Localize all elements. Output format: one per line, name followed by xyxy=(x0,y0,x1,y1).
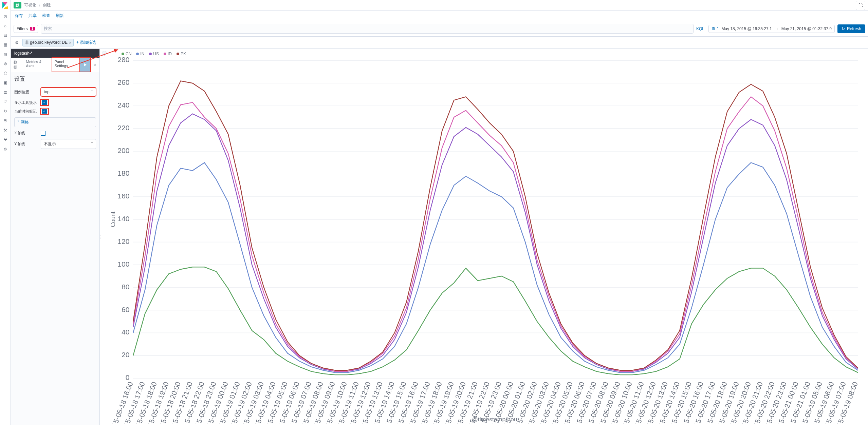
nav-discover-icon[interactable]: ⌕ xyxy=(3,23,8,28)
index-pattern-header[interactable]: logstash-* xyxy=(11,49,99,58)
panel-settings-body: 设置 图例位置 top ˅ 显示工具提示 ✓ 当前时间标记 ✓ xyxy=(11,72,99,425)
kql-toggle[interactable]: KQL xyxy=(696,26,704,31)
nav-visualize-icon[interactable]: ▤ xyxy=(3,33,8,38)
date-picker[interactable]: 🗓 ˅ May 18, 2015 @ 16:35:27.1 → May 21, … xyxy=(708,25,835,33)
query-bar: Filters 1 搜索 KQL 🗓 ˅ May 18, 2015 @ 16:3… xyxy=(11,21,868,37)
filter-pill[interactable]: 非 geo.src.keyword: DE × xyxy=(22,39,74,46)
legend-item-ID[interactable]: ID xyxy=(164,52,172,56)
svg-text:160: 160 xyxy=(117,192,129,200)
tab-panel-settings[interactable]: Panel Settings xyxy=(52,58,80,72)
nav-devtools-icon[interactable]: ⚒ xyxy=(3,128,8,133)
legend-dot xyxy=(177,53,179,55)
sidebar-collapse-button[interactable]: ‹ xyxy=(102,51,107,56)
svg-text:80: 80 xyxy=(122,283,130,291)
search-placeholder: 搜索 xyxy=(44,26,52,31)
date-to: May 21, 2015 @ 01:32:37.9 xyxy=(781,26,832,31)
legend-label: CN xyxy=(126,52,131,56)
nav-uptime-icon[interactable]: ↻ xyxy=(3,109,8,114)
refresh-label: Refresh xyxy=(847,26,861,31)
legend-dot xyxy=(164,53,166,55)
kibana-logo[interactable] xyxy=(1,1,10,9)
nav-monitoring-icon[interactable]: ❤ xyxy=(3,137,8,142)
breadcrumb: 默 可视化 / 创建 ⛶ xyxy=(11,0,868,11)
nav-apm-icon[interactable]: ♡ xyxy=(3,99,8,104)
nav-ml-icon[interactable]: ⬡ xyxy=(3,71,8,76)
inspect-link[interactable]: 检查 xyxy=(42,13,50,19)
nav-siem-icon[interactable]: ⛨ xyxy=(3,118,8,123)
refresh-button[interactable]: ↻ Refresh xyxy=(837,24,865,33)
discard-button[interactable]: × xyxy=(91,58,99,72)
chevron-down-icon: ˅ xyxy=(91,90,93,94)
legend-item-CN[interactable]: CN xyxy=(122,52,131,56)
refresh-link[interactable]: 刷新 xyxy=(56,13,64,19)
nav-rail: ◷ ⌕ ▤ ▦ ▧ ⊚ ⬡ ▣ ≣ ♡ ↻ ⛨ ⚒ ❤ ⚙ xyxy=(0,0,11,425)
filter-settings-icon[interactable]: ⚙ xyxy=(14,40,20,46)
timemarker-checkbox[interactable]: ✓ xyxy=(42,109,47,114)
nav-management-icon[interactable]: ⚙ xyxy=(3,147,8,152)
filters-label: Filters xyxy=(17,26,28,31)
grid-accordion[interactable]: ˅ 网格 xyxy=(14,117,96,127)
svg-text:@timestamp/hour: @timestamp/hour xyxy=(472,416,519,423)
svg-text:200: 200 xyxy=(117,147,129,154)
filter-pill-close-icon[interactable]: × xyxy=(69,40,71,45)
save-link[interactable]: 保存 xyxy=(15,13,23,19)
sidebar-tabs: 数据 Metrics & Axes Panel Settings × xyxy=(11,58,99,72)
nav-maps-icon[interactable]: ⊚ xyxy=(3,61,8,66)
legend-item-PK[interactable]: PK xyxy=(177,52,186,56)
legend-position-value: top xyxy=(44,90,50,94)
chevron-down-icon: ˅ xyxy=(17,120,19,125)
date-arrow: → xyxy=(775,26,779,31)
nav-canvas-icon[interactable]: ▧ xyxy=(3,52,8,57)
y-lines-value: 不显示 xyxy=(44,141,56,147)
search-input[interactable]: 搜索 xyxy=(41,24,694,34)
legend-label: PK xyxy=(181,52,186,56)
panel-title: 设置 xyxy=(14,76,96,83)
refresh-icon: ↻ xyxy=(842,26,845,31)
apply-button[interactable] xyxy=(80,58,91,72)
filter-pill-text: 非 geo.src.keyword: DE xyxy=(25,40,68,45)
editor-sidebar: logstash-* 数据 Metrics & Axes Panel Setti… xyxy=(11,49,100,425)
app-badge: 默 xyxy=(14,2,21,8)
x-lines-label: X 轴线 xyxy=(14,131,38,136)
legend-label: IN xyxy=(140,52,144,56)
legend-dot xyxy=(136,53,139,55)
filters-button[interactable]: Filters 1 xyxy=(14,25,38,33)
svg-text:Count: Count xyxy=(110,212,116,227)
svg-text:40: 40 xyxy=(122,328,130,336)
crumb-sep: / xyxy=(39,3,40,8)
crumb-visualize[interactable]: 可视化 xyxy=(24,2,36,8)
y-lines-label: Y 轴线 xyxy=(14,141,38,147)
nav-dashboard-icon[interactable]: ▦ xyxy=(3,42,8,47)
tooltip-label: 显示工具提示 xyxy=(14,100,38,105)
svg-text:280: 280 xyxy=(117,57,129,63)
legend-position-select[interactable]: top ˅ xyxy=(41,88,96,96)
tooltip-checkbox[interactable]: ✓ xyxy=(42,100,47,105)
svg-text:140: 140 xyxy=(117,215,129,223)
y-lines-select[interactable]: 不显示 ˅ xyxy=(41,139,96,149)
nav-logs-icon[interactable]: ≣ xyxy=(3,90,8,95)
filter-row: ⚙ 非 geo.src.keyword: DE × + 添加筛选 xyxy=(11,37,868,49)
tab-data[interactable]: 数据 xyxy=(11,58,23,72)
nav-recent-icon[interactable]: ◷ xyxy=(3,14,8,19)
svg-text:180: 180 xyxy=(117,169,129,177)
date-from: May 18, 2015 @ 16:35:27.1 xyxy=(721,26,772,31)
action-bar: 保存 共享 检查 刷新 xyxy=(11,11,868,21)
add-filter-link[interactable]: + 添加筛选 xyxy=(76,40,96,45)
tab-metrics-axes[interactable]: Metrics & Axes xyxy=(23,58,52,72)
line-chart[interactable]: 0204060801001201401601802002202402602802… xyxy=(108,57,864,424)
svg-text:100: 100 xyxy=(117,260,129,268)
svg-text:220: 220 xyxy=(117,124,129,132)
fullscreen-button[interactable]: ⛶ xyxy=(856,1,865,10)
legend-item-IN[interactable]: IN xyxy=(136,52,144,56)
x-lines-checkbox[interactable] xyxy=(41,131,45,136)
crumb-create[interactable]: 创建 xyxy=(43,2,51,8)
chart-area: CNINUSIDPK 02040608010012014016018020022… xyxy=(107,49,868,425)
chevron-down-icon: ˅ xyxy=(91,142,93,147)
nav-infra-icon[interactable]: ▣ xyxy=(3,80,8,85)
svg-text:0: 0 xyxy=(126,374,130,382)
filters-count: 1 xyxy=(30,27,35,31)
legend-item-US[interactable]: US xyxy=(149,52,159,56)
share-link[interactable]: 共享 xyxy=(29,13,37,19)
workspace: logstash-* 数据 Metrics & Axes Panel Setti… xyxy=(11,49,868,425)
svg-text:260: 260 xyxy=(117,79,129,86)
